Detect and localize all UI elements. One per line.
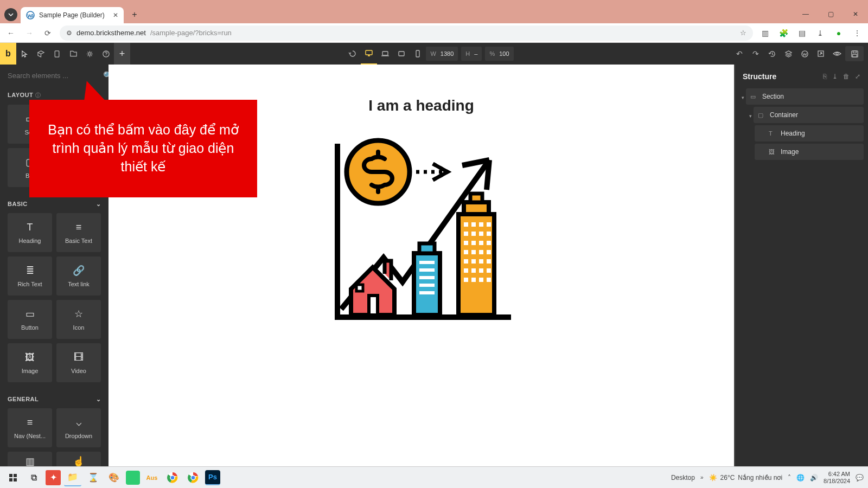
weather-widget[interactable]: ☀️ 26°C Nắng nhiều nơi [709,474,783,481]
settings-icon[interactable] [81,43,98,65]
window-close-button[interactable]: ✕ [843,5,868,23]
svg-rect-58 [9,474,12,477]
overflow-icon[interactable]: » [700,474,704,480]
element-nav-nestable[interactable]: ≡Nav (Nest... [8,408,52,447]
chrome-beta-icon[interactable] [184,469,202,486]
copy-structure-icon[interactable]: ⎘ [823,73,827,80]
element-icon[interactable]: ☆Icon [56,300,101,339]
delete-structure-icon[interactable]: 🗑 [843,73,850,80]
tree-section[interactable]: ▭Section [746,88,864,105]
photoshop-icon[interactable]: Ps [205,470,220,485]
browser-tab[interactable]: Sample Page (Builder) ✕ [21,7,124,23]
category-basic[interactable]: BASIC⌄ [0,195,108,213]
preview-icon[interactable] [829,43,845,65]
add-element-button[interactable]: + [114,43,130,65]
layers-icon[interactable] [780,43,796,65]
tree-heading[interactable]: ▾THeading [755,125,864,142]
taskbar-app-2[interactable]: ⌛ [85,469,102,486]
canvas-width[interactable]: W1380 [426,47,458,61]
site-info-icon[interactable]: ⚙ [66,29,72,37]
reading-list-icon[interactable]: ▤ [795,27,808,40]
tree-image[interactable]: ▾🖼Image [755,144,864,160]
structure-title: Structure [743,72,776,81]
bricks-logo[interactable]: b [0,43,16,65]
undo-icon[interactable]: ↶ [731,43,748,65]
new-tab-button[interactable]: + [127,7,142,22]
element-dropdown[interactable]: ⌵Dropdown [56,408,101,447]
svg-rect-54 [356,285,363,291]
chrome-menu-icon[interactable]: ⋮ [851,27,864,40]
extensions-icon[interactable]: 🧩 [777,27,790,40]
chrome-icon[interactable] [164,469,181,486]
view-frontend-icon[interactable] [813,43,829,65]
element-basic-text[interactable]: ≡Basic Text [56,213,101,252]
downloads-icon[interactable]: ⤓ [814,27,827,40]
notifications-icon[interactable]: 💬 [856,474,864,481]
revisions-icon[interactable] [344,43,361,65]
svg-rect-40 [479,268,483,273]
taskbar-app-4[interactable] [126,471,140,485]
element-heading[interactable]: THeading [8,213,52,252]
tab-close-icon[interactable]: ✕ [113,11,118,19]
chevron-down-icon[interactable]: ▾ [739,95,746,100]
svg-rect-42 [464,278,468,282]
tree-container[interactable]: ▢Container [754,107,864,123]
svg-rect-18 [464,222,468,227]
cursor-tool-icon[interactable] [16,43,33,65]
volume-icon[interactable]: 🔊 [810,474,818,481]
svg-rect-5 [382,52,388,55]
tray-chevron-icon[interactable]: ˄ [788,474,791,481]
history-icon[interactable] [764,43,780,65]
pages-icon[interactable] [49,43,65,65]
start-button[interactable] [4,469,22,486]
search-icon[interactable]: 🔍 [103,71,108,80]
svg-rect-38 [464,268,468,273]
taskbar-app-1[interactable]: ✦ [46,470,61,485]
category-general[interactable]: GENERAL⌄ [0,390,108,408]
window-minimize-button[interactable]: — [793,5,818,23]
url-host: demo.brickstheme.net [76,29,146,37]
element-text-link[interactable]: 🔗Text link [56,256,101,296]
element-image[interactable]: 🖼Image [8,343,52,382]
templates-icon[interactable] [65,43,81,65]
browser-tabstrip: Sample Page (Builder) ✕ + — ▢ ✕ [0,5,868,23]
taskbar-desktop-label[interactable]: Desktop [671,474,695,481]
back-button[interactable]: ← [4,27,17,40]
taskbar-app-3[interactable]: 🎨 [105,469,123,486]
breakpoint-laptop-icon[interactable] [377,43,393,65]
element-rich-text[interactable]: ≣Rich Text [8,256,52,296]
profile-icon[interactable]: ● [832,27,845,40]
wordpress-admin-icon[interactable] [796,43,813,65]
forward-button[interactable]: → [23,27,36,40]
reload-button[interactable]: ⟳ [41,27,54,40]
breakpoint-tablet-icon[interactable] [393,43,410,65]
address-bar[interactable]: ⚙ demo.brickstheme.net/sample-page/?bric… [60,25,753,41]
taskbar-app-5[interactable]: Aus [143,469,161,486]
help-icon[interactable] [98,43,114,65]
file-explorer-icon[interactable]: 📁 [64,469,81,486]
canvas-scale[interactable]: %100 [485,47,513,61]
save-button[interactable] [845,46,864,61]
expand-structure-icon[interactable]: ⤢ [855,73,860,80]
bookmark-icon[interactable]: ☆ [740,29,746,37]
window-maximize-button[interactable]: ▢ [818,5,843,23]
taskbar-clock[interactable]: 6:42 AM 8/18/2024 [824,471,850,484]
redo-icon[interactable]: ↷ [748,43,764,65]
network-icon[interactable]: 🌐 [796,474,805,481]
class-tool-icon[interactable] [33,43,49,65]
breakpoint-mobile-icon[interactable] [410,43,426,65]
element-video[interactable]: 🎞Video [56,343,101,382]
chevron-down-icon[interactable]: ▾ [747,113,754,119]
search-elements-input[interactable] [8,72,99,80]
svg-rect-34 [464,259,468,264]
translate-icon[interactable]: ▥ [758,27,771,40]
svg-rect-37 [487,259,491,264]
breakpoint-desktop-icon[interactable] [361,43,377,65]
element-button[interactable]: ▭Button [8,300,52,339]
tab-search-button[interactable] [4,8,17,21]
canvas-height[interactable]: H– [461,47,482,61]
download-structure-icon[interactable]: ⤓ [832,73,838,80]
svg-rect-52 [419,291,435,294]
task-view-icon[interactable]: ⧉ [25,469,42,486]
svg-point-10 [836,53,838,55]
